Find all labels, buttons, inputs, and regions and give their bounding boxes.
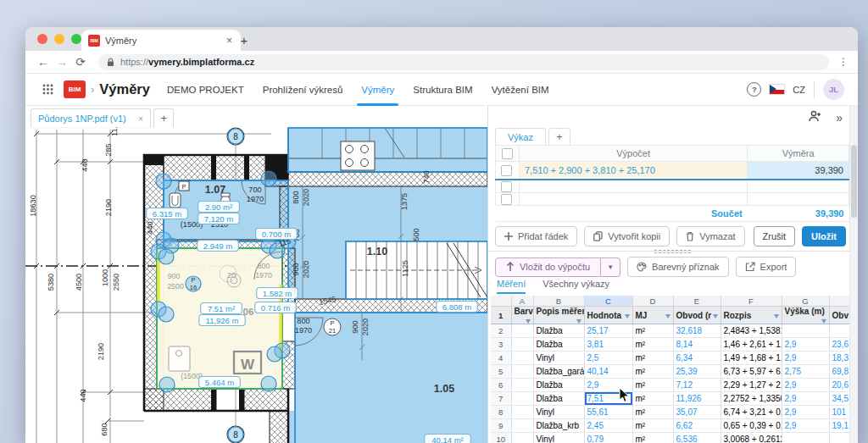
tab-mereni[interactable]: Měření — [497, 279, 526, 294]
sheet-cell[interactable] — [829, 433, 850, 443]
sheet-cell[interactable]: 11,926 — [673, 392, 721, 406]
sheet-cell[interactable]: 2,9 — [782, 392, 829, 406]
filter-funnel-icon[interactable] — [625, 314, 630, 318]
measure-vertex-handle[interactable] — [159, 307, 174, 322]
sheet-cell[interactable]: Dlažba — [533, 392, 584, 406]
sheet-cell[interactable]: 0,79 — [584, 433, 632, 443]
filter-funnel-icon[interactable] — [665, 314, 670, 318]
nav-demo-projekt[interactable]: DEMO PROJEKT — [167, 85, 244, 95]
sheet-cell[interactable]: 35,07 — [673, 406, 721, 419]
sheet-cell[interactable]: m² — [632, 352, 673, 365]
sheet-column-header[interactable]: Barv — [511, 307, 533, 324]
sheet-cell[interactable]: 20,6 — [829, 379, 850, 392]
nav-struktura-bim[interactable]: Struktura BIM — [413, 85, 472, 95]
measure-vertex-handle[interactable] — [267, 346, 282, 362]
sheet-cell[interactable]: 7,12 — [673, 379, 721, 392]
sheet-cell[interactable]: Vinyl — [533, 433, 584, 443]
apps-grid-icon[interactable] — [42, 84, 53, 95]
czech-flag-icon[interactable] — [770, 85, 784, 94]
sheet-cell[interactable] — [782, 433, 829, 443]
measure-vertex-handle[interactable] — [261, 171, 276, 186]
sheet-cell[interactable] — [511, 324, 533, 338]
sheet-cell[interactable] — [511, 379, 533, 392]
drag-handle-icon[interactable] — [654, 249, 693, 254]
sheet-cell[interactable]: Dlažba — [533, 338, 584, 352]
sheet-cell[interactable]: 2,4843 + 1,5381 + — [721, 324, 782, 338]
maximize-window-button[interactable] — [71, 34, 81, 44]
language-label[interactable]: CZ — [793, 85, 805, 95]
row-number[interactable]: 4 — [491, 352, 511, 365]
browser-tab[interactable]: BIM Výměry × — [81, 30, 241, 51]
sheet-row[interactable]: 6Dlažba2,9m²7,122,29 + 1,27 + 2,292,920,… — [491, 379, 850, 392]
sheet-row[interactable]: 8Vinyl55,61m²35,076,74 + 3,21 + 0,602,91… — [491, 406, 850, 419]
sheet-cell[interactable]: 2,9 — [782, 338, 829, 352]
sheet-cell[interactable]: 34,5 — [829, 392, 850, 406]
sheet-cell[interactable]: 1,49 + 1,68 + 1,49 — [721, 352, 782, 365]
row-number[interactable]: 3 — [491, 338, 511, 352]
sheet-cell[interactable]: 2,29 + 1,27 + 2,29 — [721, 379, 782, 392]
sheet-cell[interactable] — [829, 324, 850, 338]
sheet-cell[interactable] — [511, 392, 533, 406]
sheet-column-header[interactable]: MJ — [632, 307, 673, 324]
column-letter[interactable]: G — [782, 296, 829, 307]
measure-vertex-handle[interactable] — [159, 249, 174, 264]
sheet-cell[interactable]: Dlažba_garáž — [533, 365, 584, 379]
sheet-column-header[interactable]: Obv — [829, 307, 850, 324]
browser-menu-icon[interactable]: ⋮ — [837, 56, 849, 68]
minimize-window-button[interactable] — [54, 34, 64, 44]
filter-funnel-icon[interactable] — [526, 319, 531, 324]
delete-button[interactable]: Vymazat — [676, 226, 744, 246]
sheet-row[interactable]: 9Dlažba_krb2,45m²6,620,65 + 0,39 + 0,812… — [491, 419, 850, 433]
sheet-row[interactable]: 7Dlažba7,51m²11,9262,2752 + 1,3350 +2,93… — [491, 392, 850, 406]
measurement-label[interactable]: 2.949 m — [198, 241, 239, 252]
sheet-cell[interactable]: 40,14 — [584, 365, 632, 379]
column-letter[interactable]: D — [632, 296, 673, 307]
sheet-cell[interactable]: m² — [632, 433, 673, 443]
sheet-cell[interactable] — [511, 406, 533, 419]
measurements-sheet[interactable]: ABCDEFG1BarvPopis měřeníHodnotaMJObvod (… — [491, 296, 850, 443]
sheet-cell[interactable]: 2,45 — [584, 419, 632, 433]
filter-funnel-icon[interactable] — [821, 319, 826, 324]
sheet-cell[interactable]: 25,39 — [673, 365, 721, 379]
panel-splitter[interactable] — [488, 251, 858, 252]
measure-vertex-handle[interactable] — [156, 174, 171, 189]
sheet-cell[interactable]: 0,65 + 0,39 + 0,81 — [721, 419, 782, 433]
sheet-row[interactable]: 2Dlažba25,17m²32,6182,4843 + 1,5381 + — [491, 324, 850, 338]
insert-dropdown-icon[interactable]: ▼ — [601, 257, 620, 277]
reload-icon[interactable]: ⟳ — [71, 55, 90, 69]
measurement-label[interactable]: 1.582 m — [257, 288, 298, 299]
sheet-cell[interactable]: 2,9 — [782, 379, 829, 392]
tab-close-icon[interactable]: × — [225, 35, 234, 47]
url-bar[interactable]: https://vymery.bimplatforma.cz — [98, 54, 829, 70]
sheet-cell[interactable]: Dlažba — [533, 324, 584, 338]
sheet-cell[interactable] — [782, 324, 829, 338]
sheet-cell[interactable]: m² — [632, 392, 673, 406]
sheet-column-header[interactable]: Popis měření — [533, 307, 584, 324]
calc-expression-cell[interactable]: 7,510 + 2,900 + 3,810 + 25,170 — [519, 162, 747, 180]
sheet-cell[interactable] — [511, 365, 533, 379]
sheet-cell[interactable]: m² — [632, 419, 673, 433]
sheet-cell[interactable]: 2,9 — [782, 406, 829, 419]
sheet-cell[interactable]: 6,536 — [673, 433, 721, 443]
sheet-row[interactable]: 10Vinyl0,79m²6,5363,0068 + 0,2612 + — [491, 433, 850, 443]
filter-funnel-icon[interactable] — [774, 314, 779, 318]
measurement-label[interactable]: 7.51 m² — [201, 303, 242, 314]
sheet-cell[interactable]: m² — [632, 338, 673, 352]
sheet-cell[interactable]: 2,2752 + 1,3350 + — [721, 392, 782, 406]
sheet-cell[interactable]: Vinyl — [533, 352, 584, 365]
column-letter[interactable]: F — [721, 296, 782, 307]
measurement-label[interactable]: 6.808 m — [437, 302, 478, 313]
row-number[interactable]: 8 — [491, 406, 511, 419]
sheet-cell[interactable]: 19,1 — [829, 419, 850, 433]
sheet-cell[interactable]: 6,74 + 3,21 + 0,60 — [721, 406, 782, 419]
help-icon[interactable]: ? — [747, 82, 761, 97]
sheet-cell[interactable]: Dlažba_krb — [533, 419, 584, 433]
tab-vykaz[interactable]: Výkaz — [495, 128, 546, 147]
column-letter[interactable]: E — [673, 296, 721, 307]
row-number[interactable]: 10 — [491, 433, 511, 443]
sheet-cell[interactable]: 6,73 + 5,97 + 6,73 — [721, 365, 782, 379]
measurement-label[interactable]: 40,14 m² — [425, 435, 470, 443]
vykaz-add-tab-button[interactable]: + — [548, 128, 570, 147]
viewer-tab-close-icon[interactable]: × — [138, 114, 143, 124]
measurement-label[interactable]: 0.716 m — [255, 302, 297, 313]
